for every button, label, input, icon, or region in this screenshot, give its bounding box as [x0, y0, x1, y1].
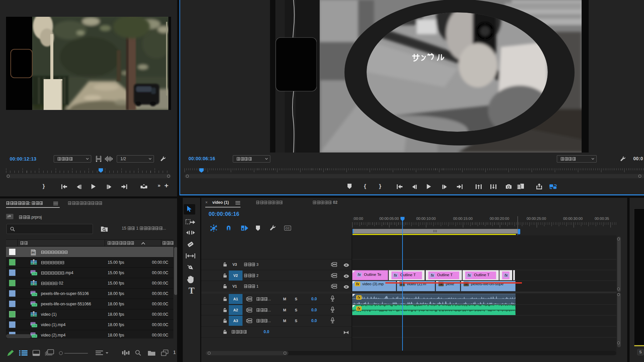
svg-text:Pr: Pr — [32, 251, 35, 254]
svg-text:CC: CC — [285, 227, 290, 230]
